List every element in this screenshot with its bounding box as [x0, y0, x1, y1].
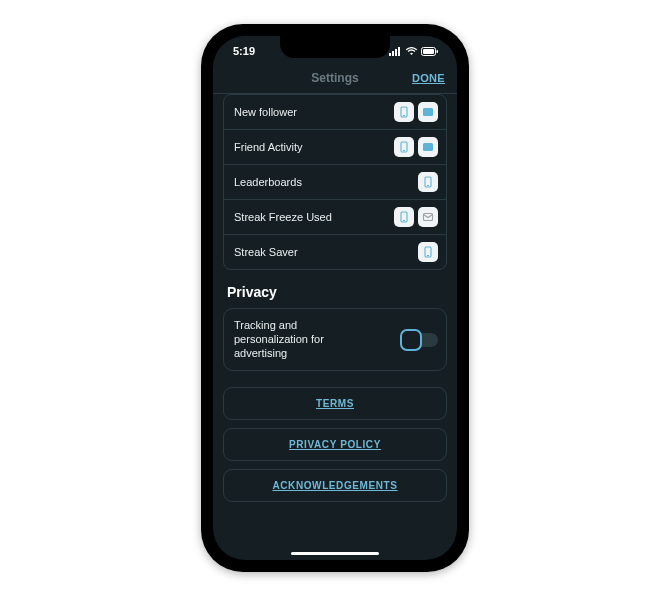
- svg-rect-0: [389, 53, 391, 56]
- svg-rect-2: [395, 49, 397, 56]
- push-toggle[interactable]: [394, 102, 414, 122]
- notch: [280, 36, 390, 58]
- svg-rect-5: [423, 49, 434, 54]
- notification-label: Leaderboards: [234, 176, 302, 188]
- notification-label: Friend Activity: [234, 141, 302, 153]
- push-toggle[interactable]: [418, 242, 438, 262]
- status-time: 5:19: [233, 45, 255, 57]
- screen: 5:19 Settings DONE New followerFriend Ac…: [213, 36, 457, 560]
- notification-toggles: [394, 102, 438, 122]
- notification-toggles: [418, 242, 438, 262]
- privacy-tracking-row: Tracking and personalization for adverti…: [223, 308, 447, 371]
- privacy-heading: Privacy: [227, 284, 447, 300]
- notification-row: Leaderboards: [224, 165, 446, 200]
- switch-thumb: [400, 329, 422, 351]
- nav-header: Settings DONE: [213, 66, 457, 94]
- notification-toggles: [394, 137, 438, 157]
- svg-rect-1: [392, 51, 394, 56]
- content: New followerFriend ActivityLeaderboardsS…: [213, 94, 457, 560]
- notification-row: Friend Activity: [224, 130, 446, 165]
- privacy-tracking-label: Tracking and personalization for adverti…: [234, 319, 374, 360]
- push-toggle[interactable]: [394, 207, 414, 227]
- notification-label: New follower: [234, 106, 297, 118]
- home-indicator[interactable]: [291, 552, 379, 555]
- push-toggle[interactable]: [418, 172, 438, 192]
- svg-rect-3: [398, 47, 400, 56]
- email-toggle[interactable]: [418, 137, 438, 157]
- notification-toggles: [418, 172, 438, 192]
- svg-rect-6: [437, 50, 439, 53]
- acknowledgements-button[interactable]: ACKNOWLEDGEMENTS: [223, 469, 447, 502]
- email-toggle[interactable]: [418, 207, 438, 227]
- signal-icon: [389, 47, 402, 56]
- done-button[interactable]: DONE: [412, 72, 445, 84]
- tracking-toggle[interactable]: [400, 329, 436, 351]
- notification-label: Streak Saver: [234, 246, 298, 258]
- notification-row: New follower: [224, 95, 446, 130]
- wifi-icon: [405, 47, 418, 56]
- status-icons: [389, 47, 439, 56]
- notification-row: Streak Saver: [224, 235, 446, 269]
- notification-row: Streak Freeze Used: [224, 200, 446, 235]
- notification-label: Streak Freeze Used: [234, 211, 332, 223]
- notification-toggles: [394, 207, 438, 227]
- notification-list: New followerFriend ActivityLeaderboardsS…: [223, 94, 447, 270]
- terms-button[interactable]: TERMS: [223, 387, 447, 420]
- privacy-policy-button[interactable]: PRIVACY POLICY: [223, 428, 447, 461]
- push-toggle[interactable]: [394, 137, 414, 157]
- page-title: Settings: [311, 71, 358, 85]
- phone-frame: 5:19 Settings DONE New followerFriend Ac…: [201, 24, 469, 572]
- battery-icon: [421, 47, 439, 56]
- email-toggle[interactable]: [418, 102, 438, 122]
